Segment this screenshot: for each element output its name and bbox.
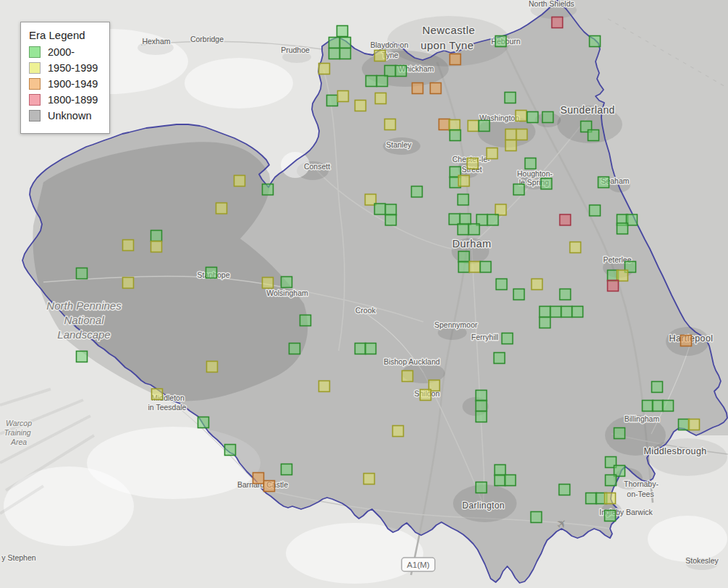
era-marker-2000[interactable] — [450, 130, 461, 141]
era-marker-1950[interactable] — [605, 493, 616, 504]
era-marker-2000[interactable] — [540, 307, 551, 318]
era-marker-2000[interactable] — [643, 401, 653, 412]
era-marker-2000[interactable] — [365, 344, 376, 354]
era-marker-2000[interactable] — [531, 512, 542, 523]
era-marker-1950[interactable] — [420, 390, 431, 401]
era-marker-1800[interactable] — [552, 17, 563, 28]
era-marker-1950[interactable] — [570, 242, 581, 253]
era-marker-2000[interactable] — [476, 482, 487, 493]
era-marker-2000[interactable] — [496, 279, 507, 290]
era-marker-2000[interactable] — [528, 112, 538, 123]
era-marker-1950[interactable] — [506, 140, 517, 151]
era-marker-1950[interactable] — [151, 242, 162, 252]
era-marker-1900[interactable] — [264, 481, 275, 492]
era-marker-1800[interactable] — [608, 281, 619, 291]
era-marker-1950[interactable] — [152, 389, 163, 400]
era-marker-1950[interactable] — [617, 270, 628, 281]
era-marker-1950[interactable] — [517, 129, 528, 140]
era-marker-1950[interactable] — [364, 474, 375, 485]
era-marker-1950[interactable] — [402, 371, 413, 382]
era-marker-2000[interactable] — [606, 475, 617, 486]
era-marker-2000[interactable] — [663, 401, 674, 412]
era-marker-2000[interactable] — [476, 401, 487, 412]
era-marker-1900[interactable] — [253, 473, 264, 484]
era-marker-1950[interactable] — [263, 278, 274, 289]
era-marker-2000[interactable] — [460, 214, 471, 225]
era-marker-1950[interactable] — [375, 51, 386, 61]
era-marker-2000[interactable] — [572, 307, 583, 318]
era-marker-1950[interactable] — [123, 278, 134, 289]
era-marker-2000[interactable] — [386, 205, 397, 216]
era-marker-1950[interactable] — [207, 362, 218, 372]
era-marker-1950[interactable] — [393, 426, 404, 437]
era-marker-2000[interactable] — [375, 204, 386, 215]
era-marker-2000[interactable] — [479, 121, 490, 132]
era-marker-2000[interactable] — [541, 179, 552, 189]
era-marker-2000[interactable] — [605, 511, 616, 521]
era-marker-1950[interactable] — [506, 129, 517, 140]
era-marker-2000[interactable] — [590, 205, 601, 216]
era-marker-2000[interactable] — [77, 351, 88, 362]
era-marker-2000[interactable] — [355, 344, 366, 354]
era-marker-2000[interactable] — [337, 26, 348, 37]
era-marker-2000[interactable] — [282, 277, 292, 288]
era-marker-2000[interactable] — [377, 76, 388, 87]
era-marker-2000[interactable] — [495, 465, 506, 476]
era-marker-1950[interactable] — [319, 64, 330, 74]
era-marker-1950[interactable] — [376, 93, 386, 104]
era-marker-2000[interactable] — [282, 464, 292, 475]
era-marker-1950[interactable] — [355, 101, 366, 111]
era-marker-2000[interactable] — [151, 231, 162, 242]
era-marker-2000[interactable] — [327, 95, 338, 106]
era-marker-2000[interactable] — [562, 307, 572, 318]
era-marker-2000[interactable] — [505, 93, 516, 103]
era-marker-2000[interactable] — [525, 158, 536, 169]
era-marker-2000[interactable] — [488, 215, 499, 226]
era-marker-2000[interactable] — [679, 419, 690, 430]
era-marker-2000[interactable] — [77, 268, 88, 279]
era-marker-1950[interactable] — [496, 205, 507, 216]
era-marker-1800[interactable] — [560, 215, 571, 226]
era-marker-1900[interactable] — [439, 119, 450, 130]
era-marker-2000[interactable] — [543, 112, 554, 123]
era-marker-2000[interactable] — [551, 307, 562, 318]
era-marker-2000[interactable] — [458, 195, 469, 205]
era-marker-1950[interactable] — [467, 158, 478, 169]
era-marker-2000[interactable] — [514, 289, 525, 300]
era-marker-1950[interactable] — [385, 119, 396, 130]
era-marker-2000[interactable] — [225, 445, 236, 456]
era-marker-2000[interactable] — [502, 333, 513, 344]
era-marker-2000[interactable] — [459, 262, 470, 273]
era-marker-2000[interactable] — [559, 485, 570, 495]
era-marker-2000[interactable] — [476, 391, 487, 401]
era-marker-2000[interactable] — [598, 177, 609, 188]
era-marker-2000[interactable] — [449, 214, 460, 225]
era-marker-1950[interactable] — [449, 120, 460, 131]
era-marker-2000[interactable] — [505, 475, 516, 486]
era-marker-2000[interactable] — [206, 268, 217, 278]
era-marker-1950[interactable] — [319, 381, 330, 392]
era-marker-2000[interactable] — [396, 66, 407, 77]
era-marker-2000[interactable] — [617, 223, 628, 234]
era-marker-1950[interactable] — [123, 240, 134, 251]
era-marker-1950[interactable] — [516, 111, 527, 122]
era-marker-1950[interactable] — [532, 279, 543, 290]
era-marker-2000[interactable] — [329, 38, 340, 48]
era-marker-2000[interactable] — [481, 262, 491, 273]
era-marker-1950[interactable] — [470, 262, 481, 273]
era-marker-1900[interactable] — [681, 336, 692, 346]
era-marker-1900[interactable] — [431, 83, 441, 94]
era-marker-2000[interactable] — [289, 344, 300, 354]
era-marker-1900[interactable] — [450, 54, 461, 65]
era-marker-2000[interactable] — [340, 48, 351, 59]
era-marker-2000[interactable] — [514, 184, 525, 195]
era-marker-2000[interactable] — [586, 493, 597, 504]
era-marker-2000[interactable] — [653, 401, 664, 412]
era-marker-2000[interactable] — [590, 36, 601, 47]
era-marker-2000[interactable] — [496, 36, 507, 47]
era-marker-2000[interactable] — [588, 130, 599, 141]
era-marker-2000[interactable] — [329, 48, 340, 59]
era-marker-2000[interactable] — [366, 76, 377, 87]
era-marker-1950[interactable] — [487, 148, 498, 159]
era-marker-2000[interactable] — [476, 412, 487, 422]
